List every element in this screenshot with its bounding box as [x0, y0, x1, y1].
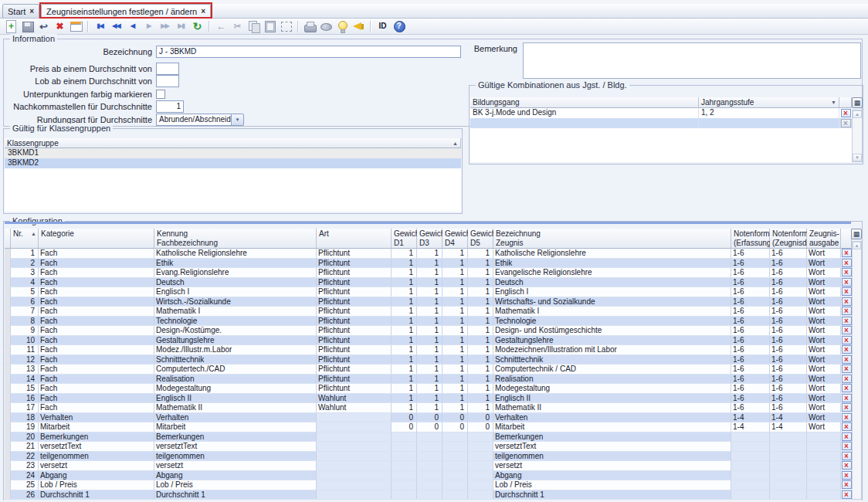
- tab-zeugniseinstellungen[interactable]: Zeugniseinstellungen festlegen / ändern …: [41, 4, 211, 18]
- gewicht-d3-cell[interactable]: 0: [417, 422, 442, 432]
- notenformat-zeugnisdruck-cell[interactable]: 1-6: [770, 365, 807, 374]
- notenformat-zeugnisdruck-cell[interactable]: 1-6: [770, 403, 807, 412]
- gewicht-d4-cell[interactable]: 1: [442, 317, 468, 326]
- zeugnisausgabe-cell[interactable]: [807, 490, 841, 500]
- art-cell[interactable]: [317, 480, 392, 490]
- undo-icon[interactable]: ↩: [36, 19, 51, 33]
- gewicht-d4-cell[interactable]: [442, 461, 468, 470]
- bezeichnung-zeugnis-cell[interactable]: Technologie: [493, 317, 731, 326]
- kategorie-cell[interactable]: teilgenommen: [39, 452, 154, 461]
- art-cell[interactable]: Pflichtunt: [317, 336, 392, 345]
- gewicht-d5-cell[interactable]: 1: [468, 259, 493, 268]
- nr-cell[interactable]: 8: [11, 317, 39, 326]
- gewicht-d4-cell[interactable]: 1: [442, 384, 468, 393]
- edit-form-icon[interactable]: [69, 19, 83, 33]
- gewicht-d1-cell[interactable]: 1: [392, 384, 417, 393]
- art-cell[interactable]: [317, 413, 392, 422]
- kategorie-cell[interactable]: Fach: [39, 249, 154, 258]
- kategorie-cell[interactable]: Mitarbeit: [39, 422, 154, 432]
- zeugnisausgabe-cell[interactable]: [807, 471, 841, 480]
- gewicht-d4-cell[interactable]: 1: [442, 307, 468, 316]
- gewicht-d1-cell[interactable]: [392, 461, 417, 470]
- nav-fast-next-icon[interactable]: ▶▶: [158, 19, 172, 33]
- nr-cell[interactable]: 11: [11, 345, 39, 354]
- gewicht-d3-cell[interactable]: 1: [417, 287, 442, 297]
- bezeichnung-zeugnis-cell[interactable]: Englisch II: [493, 394, 731, 403]
- notenformat-erfassung-cell[interactable]: 1-6: [731, 355, 770, 365]
- notenformat-erfassung-cell[interactable]: 1-6: [731, 394, 770, 403]
- delete-row-button[interactable]: ×: [842, 345, 852, 354]
- gewicht-d1-cell[interactable]: 1: [392, 287, 417, 297]
- art-cell[interactable]: Pflichtunt: [317, 268, 392, 277]
- delete-row-button[interactable]: ×: [842, 365, 852, 373]
- kennung-cell[interactable]: Wirtsch.-/Sozialkunde: [154, 297, 317, 307]
- gewicht-d4-cell[interactable]: 1: [442, 355, 468, 365]
- notenformat-zeugnisdruck-cell[interactable]: 1-6: [770, 287, 807, 297]
- kategorie-cell[interactable]: Fach: [39, 394, 154, 403]
- table-row[interactable]: 21versetztTextversetztTextversetztText×: [5, 442, 852, 452]
- gewicht-d5-cell[interactable]: [468, 432, 493, 442]
- scroll-down-icon[interactable]: ▼: [853, 154, 862, 161]
- nav-prev-icon[interactable]: ◀: [125, 19, 140, 33]
- gewicht-d4-cell[interactable]: [442, 442, 468, 451]
- paste-icon[interactable]: [263, 19, 277, 33]
- table-row[interactable]: 25Lob / PreisLob / PreisLob / Preis×: [5, 480, 852, 490]
- nr-cell[interactable]: 24: [11, 471, 39, 480]
- art-cell[interactable]: [317, 461, 392, 470]
- art-cell[interactable]: Pflichtunt: [317, 317, 392, 326]
- zeugnisausgabe-cell[interactable]: Wort: [807, 268, 841, 277]
- zeugnisausgabe-cell[interactable]: Wort: [807, 287, 841, 297]
- nr-cell[interactable]: 1: [11, 249, 39, 258]
- table-row[interactable]: ×: [470, 118, 852, 128]
- notenformat-zeugnisdruck-cell[interactable]: 1-6: [770, 355, 807, 365]
- gewicht-d4-cell[interactable]: 1: [442, 278, 468, 287]
- zeugnisausgabe-cell[interactable]: [807, 480, 841, 490]
- gewicht-d1-cell[interactable]: [392, 471, 417, 480]
- kennung-cell[interactable]: Katholische Religionslehre: [154, 249, 317, 258]
- column-header-gewicht-d3[interactable]: GewichtD3: [417, 229, 442, 249]
- gewicht-d1-cell[interactable]: 1: [392, 403, 417, 412]
- notenformat-erfassung-cell[interactable]: [731, 452, 770, 461]
- nav-next-icon[interactable]: ▶: [141, 19, 156, 33]
- gewicht-d5-cell[interactable]: [468, 490, 493, 500]
- delete-row-button[interactable]: ×: [841, 109, 851, 117]
- zeugnisausgabe-cell[interactable]: Wort: [807, 326, 841, 335]
- table-row[interactable]: 15FachModegestaltungPflichtunt1111Modege…: [5, 384, 852, 394]
- notenformat-erfassung-cell[interactable]: 1-6: [731, 336, 770, 345]
- notenformat-erfassung-cell[interactable]: [731, 471, 770, 480]
- zeugnisausgabe-cell[interactable]: Wort: [807, 336, 841, 345]
- gewicht-d5-cell[interactable]: 0: [468, 413, 493, 422]
- column-header-gewicht-d5[interactable]: GewichtD5: [468, 229, 493, 249]
- nr-cell[interactable]: 5: [11, 287, 39, 297]
- gewicht-d4-cell[interactable]: 1: [442, 336, 468, 345]
- delete-row-button[interactable]: ×: [842, 422, 852, 431]
- nr-cell[interactable]: 26: [11, 490, 39, 500]
- gewicht-d1-cell[interactable]: 1: [392, 345, 417, 354]
- nr-cell[interactable]: 13: [11, 365, 39, 374]
- delete-row-button[interactable]: ×: [842, 268, 852, 276]
- kennung-cell[interactable]: Design-/Kostümge.: [154, 326, 317, 335]
- column-header-art[interactable]: Art: [317, 229, 392, 249]
- bezeichnung-zeugnis-cell[interactable]: Evangelische Religionslehre: [493, 268, 731, 277]
- gewicht-d1-cell[interactable]: 1: [392, 278, 417, 287]
- bezeichnung-zeugnis-cell[interactable]: Ethik: [493, 259, 731, 268]
- notenformat-erfassung-cell[interactable]: 1-6: [731, 268, 770, 277]
- sort-ascending-icon[interactable]: ▲: [31, 229, 36, 238]
- gewicht-d5-cell[interactable]: 1: [468, 268, 493, 277]
- table-row[interactable]: 23versetztversetztversetzt×: [5, 461, 852, 471]
- column-header-notenformat-erfassung[interactable]: Notenformat(Erfassung): [731, 229, 770, 249]
- gewicht-d1-cell[interactable]: [392, 432, 417, 442]
- art-cell[interactable]: Pflichtunt: [317, 365, 392, 374]
- column-config-button[interactable]: ▦: [851, 229, 862, 239]
- gewicht-d3-cell[interactable]: 1: [417, 249, 442, 258]
- notenformat-zeugnisdruck-cell[interactable]: 1-6: [770, 317, 807, 326]
- gewicht-d5-cell[interactable]: 1: [468, 297, 493, 307]
- notenformat-zeugnisdruck-cell[interactable]: 1-6: [770, 336, 807, 345]
- art-cell[interactable]: Pflichtunt: [317, 297, 392, 307]
- kennung-cell[interactable]: Bemerkungen: [154, 432, 317, 442]
- nr-cell[interactable]: 10: [11, 336, 39, 345]
- delete-row-button[interactable]: ×: [842, 259, 852, 267]
- column-header-nr[interactable]: Nr. ▲: [11, 229, 39, 249]
- delete-row-button[interactable]: ×: [842, 471, 852, 480]
- kategorie-cell[interactable]: Fach: [39, 278, 154, 287]
